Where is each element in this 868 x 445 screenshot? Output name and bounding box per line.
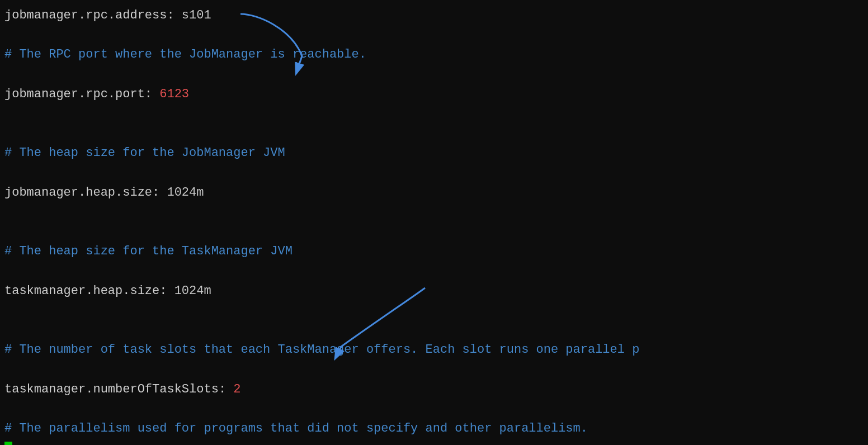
code-editor: jobmanager.rpc.address: s101 # The RPC p… bbox=[0, 0, 868, 445]
line-rpc-port: jobmanager.rpc.port: 6123 bbox=[4, 84, 864, 104]
empty-line bbox=[4, 124, 864, 143]
line-task-slots: taskmanager.numberOfTaskSlots: 2 bbox=[4, 380, 864, 399]
arrow-annotation-1 bbox=[224, 11, 313, 78]
empty-line bbox=[4, 222, 864, 242]
cursor-line bbox=[4, 438, 864, 445]
comment-parallelism: # The parallelism used for programs that… bbox=[4, 419, 864, 438]
empty-line bbox=[4, 104, 864, 124]
comment-heap-jm: # The heap size for the JobManager JVM bbox=[4, 143, 864, 163]
line-jm-heap: jobmanager.heap.size: 1024m bbox=[4, 183, 864, 202]
empty-line bbox=[4, 25, 864, 45]
empty-line bbox=[4, 261, 864, 281]
cursor-block bbox=[4, 442, 12, 445]
arrow-annotation-2 bbox=[313, 285, 436, 363]
empty-line bbox=[4, 202, 864, 222]
comment-rpc-port: # The RPC port where the JobManager is r… bbox=[4, 45, 864, 64]
empty-line bbox=[4, 163, 864, 183]
empty-line bbox=[4, 399, 864, 419]
empty-line bbox=[4, 65, 864, 84]
comment-heap-tm: # The heap size for the TaskManager JVM bbox=[4, 242, 864, 261]
line-1: jobmanager.rpc.address: s101 bbox=[4, 6, 864, 25]
